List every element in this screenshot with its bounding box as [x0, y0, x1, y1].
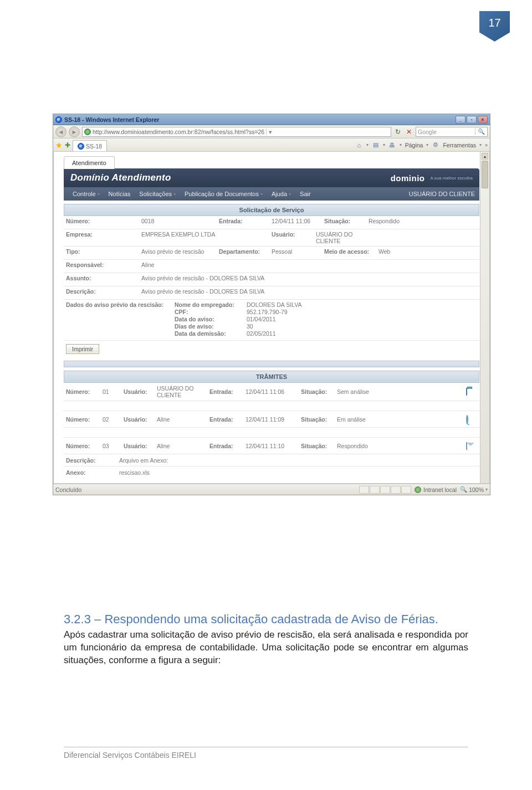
value-numero: 0018 — [141, 218, 219, 224]
label-cpf: CPF: — [175, 309, 247, 315]
zoom-icon[interactable]: 🔍 — [460, 486, 467, 493]
print-icon[interactable]: 🖶 — [388, 141, 396, 149]
tab-label: SS-18 — [86, 143, 102, 150]
row-responsavel: Responsável: Aline — [64, 260, 479, 273]
envelope-icon — [466, 442, 467, 450]
minimize-button[interactable]: _ — [456, 116, 466, 124]
t3-entrada-label: Entrada: — [209, 443, 245, 449]
tab-favicon — [78, 143, 84, 150]
spacer-strip — [64, 361, 479, 367]
search-placeholder: Google — [418, 129, 437, 135]
section-tramites-title: TRÂMITES — [64, 371, 479, 383]
stop-button[interactable]: ✕ — [405, 127, 413, 136]
label-data-dem: Data da demissão: — [175, 330, 247, 337]
feed-icon[interactable]: ▤ — [372, 141, 380, 149]
row-dados: Dados do aviso prévio da rescisão: Nome … — [64, 300, 479, 341]
t1-entrada: 12/04/11 11:06 — [245, 388, 301, 395]
add-favorite-icon[interactable]: ✚ — [65, 141, 70, 149]
section-heading: 3.2.3 – Respondendo uma solicitação cada… — [64, 612, 468, 627]
label-usuario: Usuário: — [272, 231, 316, 238]
tramite-row-2: Número: 02 Usuário: Aline Entrada: 12/04… — [64, 411, 479, 428]
t3-situacao: Respondido — [337, 443, 392, 449]
section-paragraph: Após cadastrar uma solicitação de aviso … — [64, 629, 468, 667]
refresh-button[interactable]: ↻ — [393, 127, 402, 136]
page-number-badge: 17 — [479, 11, 510, 42]
label-empresa: Empresa: — [64, 231, 141, 238]
search-icon[interactable]: 🔍 — [475, 128, 487, 135]
detail-descricao-label: Descrição: — [64, 457, 119, 464]
menu-sair[interactable]: Sair — [295, 191, 315, 197]
label-assunto: Assunto: — [64, 275, 141, 281]
t3-icon[interactable] — [466, 443, 479, 449]
t1-situacao: Sem análise — [337, 388, 392, 395]
address-bar[interactable]: http://www.dominioatendimento.com.br:82/… — [82, 127, 391, 137]
scrollbar-up-button[interactable]: ▴ — [482, 153, 488, 160]
app-banner: Domínio Atendimento dominio A sua melhor… — [64, 168, 479, 187]
menu-solicitacoes[interactable]: Solicitações ▾ — [135, 191, 180, 197]
browser-favorites-bar: ★ ✚ SS-18 ⌂▾ ▤▾ 🖶▾ Página▾ ⚙ Ferramentas… — [53, 138, 490, 152]
window-title: SS-18 - Windows Internet Explorer — [64, 116, 159, 123]
label-dept: Departamento: — [219, 248, 272, 255]
document-body-section: 3.2.3 – Respondendo uma solicitação cada… — [64, 612, 468, 667]
favorites-star-icon[interactable]: ★ — [55, 141, 63, 150]
t2-icon[interactable] — [466, 416, 479, 423]
app-tab-atendimento[interactable]: Atendimento — [64, 156, 115, 169]
value-tipo: Aviso prévio de rescisão — [141, 248, 219, 255]
url-text: http://www.dominioatendimento.com.br:82/… — [93, 129, 264, 135]
t1-numero: 01 — [103, 388, 124, 395]
t2-numero-label: Número: — [64, 416, 103, 423]
t3-usuario-label: Usuário: — [124, 443, 157, 449]
detail-anexo-label: Anexo: — [64, 469, 119, 476]
label-descricao: Descrição: — [64, 288, 141, 295]
value-usuario: USUÁRIO DO CLIENTE — [316, 231, 377, 244]
value-meio: Web — [378, 248, 390, 255]
label-meio: Meio de acesso: — [324, 248, 378, 255]
menu-publicacao[interactable]: Publicação de Documentos ▾ — [180, 191, 267, 197]
menu-controle[interactable]: Controle ▾ — [68, 191, 104, 197]
tools-menu[interactable]: Ferramentas — [443, 142, 476, 148]
status-done: Concluído — [55, 486, 81, 493]
maximize-button[interactable]: ▫ — [467, 116, 477, 124]
value-dias: 30 — [247, 323, 253, 330]
value-situacao: Respondido — [369, 218, 429, 224]
back-button[interactable]: ◄ — [55, 126, 66, 137]
label-situacao: Situação: — [324, 218, 369, 224]
search-box[interactable]: Google 🔍 — [416, 127, 488, 137]
label-responsavel: Responsável: — [64, 261, 141, 268]
zoom-dropdown-icon[interactable]: ▾ — [485, 487, 488, 492]
label-nome-emp: Nome do empregado: — [175, 301, 247, 308]
browser-tab[interactable]: SS-18 — [73, 140, 107, 151]
label-numero: Número: — [64, 218, 141, 224]
folder-icon — [466, 388, 467, 396]
menu-expand-icon[interactable]: » — [485, 142, 488, 148]
detail-descricao-value: Arquivo em Anexo: — [119, 457, 168, 464]
detail-anexo-value[interactable]: rescisao.xls — [119, 469, 150, 476]
page-menu[interactable]: Página — [405, 142, 423, 148]
menu-ajuda[interactable]: Ajuda ▾ — [267, 191, 295, 197]
home-icon[interactable]: ⌂ — [355, 141, 363, 149]
status-cell — [380, 486, 390, 494]
row-empresa: Empresa: EMPRESA EXEMPLO LTDA Usuário: U… — [64, 229, 479, 247]
row-numero: Número: 0018 Entrada: 12/04/11 11:06 Sit… — [64, 216, 479, 229]
window-titlebar: SS-18 - Windows Internet Explorer _ ▫ × — [53, 114, 490, 125]
browser-statusbar: Concluído Intranet local 🔍 100% ▾ — [53, 484, 490, 495]
globe-icon — [84, 129, 91, 135]
forward-button[interactable]: ► — [69, 126, 80, 137]
page-footer: Diferencial Serviços Contábeis EIRELI — [64, 747, 468, 760]
tramite-row-1: Número: 01 Usuário: USUÁRIO DO CLIENTE E… — [64, 383, 479, 401]
app-menubar: Controle ▾ Notícias Solicitações ▾ Publi… — [64, 187, 479, 201]
brand-logo: dominio — [391, 173, 425, 183]
value-responsavel: Aline — [141, 261, 479, 268]
menu-noticias[interactable]: Notícias — [104, 191, 135, 197]
t1-situacao-label: Situação: — [301, 388, 337, 395]
ie-logo-icon — [55, 116, 62, 123]
t1-icon[interactable] — [466, 388, 479, 395]
print-button[interactable]: Imprimir — [66, 344, 99, 354]
scrollbar-thumb[interactable] — [482, 161, 488, 188]
close-button[interactable]: × — [478, 116, 488, 124]
value-entrada: 12/04/11 11:06 — [272, 218, 324, 224]
tools-icon: ⚙ — [432, 141, 439, 149]
brand-tagline: A sua melhor escolha — [431, 176, 473, 181]
value-cpf: 952.179.790-79 — [247, 309, 288, 315]
address-dropdown-icon[interactable]: ▾ — [266, 129, 274, 135]
